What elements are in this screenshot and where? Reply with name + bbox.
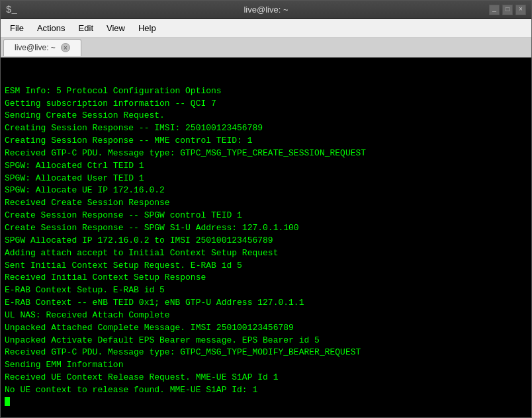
terminal-line: Unpacked Attached Complete Message. IMSI… bbox=[5, 322, 527, 335]
terminal-line: Adding attach accept to Initial Context … bbox=[5, 247, 527, 260]
terminal-line: Received GTP-C PDU. Message type: GTPC_M… bbox=[5, 347, 527, 359]
terminal-line: Creating Session Response -- IMSI: 25010… bbox=[5, 122, 527, 135]
terminal-line: SPGW Allocated IP 172.16.0.2 to IMSI 250… bbox=[5, 235, 527, 247]
terminal-output[interactable]: ESM Info: 5 Protocol Configuration Optio… bbox=[1, 58, 531, 417]
terminal-line: Sending EMM Information bbox=[5, 359, 527, 372]
minimize-button[interactable]: _ bbox=[489, 5, 500, 15]
terminal-line: Received GTP-C PDU. Message type: GTPC_M… bbox=[5, 147, 527, 160]
tab-terminal[interactable]: live@live: ~ × bbox=[3, 39, 81, 56]
terminal-cursor bbox=[5, 397, 10, 406]
terminal-line: Received UE Context Release Request. MME… bbox=[5, 372, 527, 384]
terminal-line: ESM Info: 5 Protocol Configuration Optio… bbox=[5, 85, 527, 98]
terminal-line: E-RAB Context Setup. E-RAB id 5 bbox=[5, 284, 527, 297]
terminal-line: SPGW: Allocate UE IP 172.16.0.2 bbox=[5, 185, 527, 197]
tab-bar: live@live: ~ × bbox=[1, 38, 531, 58]
window-title: live@live: ~ bbox=[244, 5, 288, 15]
maximize-button[interactable]: □ bbox=[502, 5, 513, 15]
terminal-line: Creating Session Response -- MME control… bbox=[5, 135, 527, 147]
terminal-line: UL NAS: Received Attach Complete bbox=[5, 310, 527, 322]
menu-actions[interactable]: Actions bbox=[30, 21, 72, 36]
tab-close-button[interactable]: × bbox=[61, 43, 70, 52]
terminal-line: SPGW: Allocated User TEID 1 bbox=[5, 173, 527, 185]
terminal-line: Sent Initial Context Setup Request. E-RA… bbox=[5, 260, 527, 272]
terminal-icon: $_ bbox=[6, 5, 17, 15]
terminal-line: E-RAB Context -- eNB TEID 0x1; eNB GTP-U… bbox=[5, 297, 527, 310]
terminal-line: Create Session Response -- SPGW control … bbox=[5, 210, 527, 222]
terminal-line: SPGW: Allocated Ctrl TEID 1 bbox=[5, 160, 527, 173]
terminal-line: Sending Create Session Request. bbox=[5, 110, 527, 122]
tab-label: live@live: ~ bbox=[15, 43, 56, 52]
menu-help[interactable]: Help bbox=[132, 21, 163, 36]
title-bar-left: $_ bbox=[6, 5, 17, 15]
terminal-line: Unpacked Activate Default EPS Bearer mes… bbox=[5, 335, 527, 347]
window-controls: _ □ × bbox=[489, 5, 526, 15]
title-bar: $_ live@live: ~ _ □ × bbox=[1, 1, 531, 19]
menu-file[interactable]: File bbox=[3, 21, 30, 36]
menu-view[interactable]: View bbox=[100, 21, 132, 36]
terminal-window: $_ live@live: ~ _ □ × File Actions Edit … bbox=[0, 0, 532, 418]
terminal-line: Create Session Response -- SPGW S1-U Add… bbox=[5, 222, 527, 235]
cursor-line bbox=[5, 397, 527, 406]
terminal-line: Getting subscription information -- QCI … bbox=[5, 98, 527, 110]
close-button[interactable]: × bbox=[515, 5, 526, 15]
terminal-line: Received Initial Context Setup Response bbox=[5, 272, 527, 284]
terminal-line: No UE context to release found. MME-UE S… bbox=[5, 384, 527, 397]
menu-edit[interactable]: Edit bbox=[72, 21, 100, 36]
menu-bar: File Actions Edit View Help bbox=[1, 19, 531, 38]
terminal-line: Received Create Session Response bbox=[5, 197, 527, 210]
